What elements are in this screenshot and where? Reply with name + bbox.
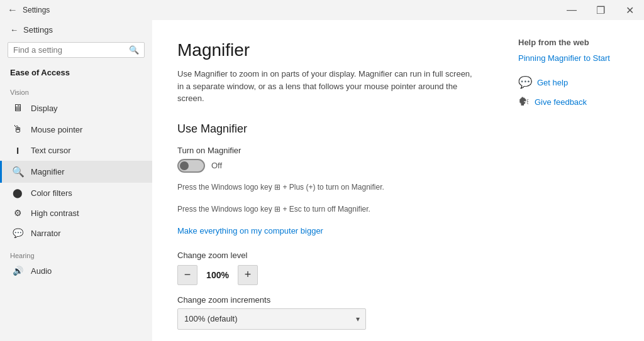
sidebar-breadcrumb: Ease of Access: [0, 65, 152, 82]
toggle-state-label: Off: [211, 161, 222, 170]
sidebar-item-label-high-contrast: High contrast: [31, 208, 79, 218]
mouse-pointer-icon: 🖱: [12, 124, 23, 135]
back-icon[interactable]: ←: [8, 4, 18, 16]
sidebar-section-hearing: Hearing 🔊 Audio: [0, 246, 152, 283]
sidebar-section-title-hearing: Hearing: [0, 248, 152, 261]
titlebar-controls: — ❐ ✕: [557, 0, 644, 20]
sidebar-item-magnifier[interactable]: 🔍 Magnifier: [0, 161, 152, 183]
zoom-level-row: Change zoom level − 100% +: [177, 251, 480, 285]
minimize-button[interactable]: —: [557, 0, 586, 20]
zoom-minus-button[interactable]: −: [177, 265, 197, 285]
sidebar-item-narrator[interactable]: 💬 Narrator: [0, 223, 152, 243]
maximize-button[interactable]: ❐: [586, 0, 615, 20]
sidebar-back-icon: ←: [10, 25, 18, 35]
sidebar-back-label: Settings: [23, 25, 53, 35]
sidebar-item-display[interactable]: 🖥 Display: [0, 97, 152, 119]
sidebar-item-color-filters[interactable]: ⬤ Color filters: [0, 183, 152, 203]
use-magnifier-title: Use Magnifier: [177, 122, 480, 136]
text-cursor-icon: I: [12, 145, 23, 156]
sidebar-item-mouse-pointer[interactable]: 🖱 Mouse pointer: [0, 119, 152, 140]
color-filters-icon: ⬤: [12, 188, 23, 198]
toggle-hint-2: Press the Windows logo key ⊞ + Esc to tu…: [177, 203, 480, 215]
page-description: Use Magnifier to zoom in on parts of you…: [177, 68, 480, 105]
zoom-level-label: Change zoom level: [177, 251, 480, 260]
feedback-icon: 🗣: [518, 95, 530, 109]
search-icon: 🔍: [129, 45, 139, 55]
zoom-plus-button[interactable]: +: [238, 265, 258, 285]
toggle-row: Off: [177, 159, 480, 173]
titlebar-title: Settings: [23, 6, 50, 14]
main-content: Magnifier Use Magnifier to zoom in on pa…: [152, 20, 506, 341]
close-button[interactable]: ✕: [615, 0, 644, 20]
zoom-increments-label: Change zoom increments: [177, 295, 480, 305]
sidebar-item-label-magnifier: Magnifier: [31, 167, 64, 176]
sidebar-section-title-vision: Vision: [0, 85, 152, 97]
toggle-hint-1: Press the Windows logo key ⊞ + Plus (+) …: [177, 181, 480, 193]
sidebar-item-label-text-cursor: Text cursor: [31, 146, 71, 155]
sidebar-item-text-cursor[interactable]: I Text cursor: [0, 140, 152, 161]
page-title: Magnifier: [177, 40, 480, 60]
toggle-label: Turn on Magnifier: [177, 146, 480, 155]
get-help-label[interactable]: Get help: [537, 78, 568, 87]
narrator-icon: 💬: [12, 228, 23, 238]
magnifier-toggle[interactable]: [177, 159, 205, 173]
sidebar-search-box[interactable]: 🔍: [8, 42, 145, 58]
help-pinning-link[interactable]: Pinning Magnifier to Start: [518, 53, 631, 63]
sidebar-item-label-mouse-pointer: Mouse pointer: [31, 125, 82, 134]
zoom-increments-select-wrapper: 25% 50% 100% (default) 150% 200% ▾: [177, 308, 366, 330]
sidebar-item-high-contrast[interactable]: ⚙ High contrast: [0, 203, 152, 223]
high-contrast-icon: ⚙: [12, 208, 23, 218]
zoom-hint: Press the Windows logo key ⊞ + Plus (+) …: [177, 338, 480, 341]
sidebar-item-label-display: Display: [31, 104, 58, 113]
audio-icon: 🔊: [12, 266, 23, 276]
toggle-thumb: [180, 161, 189, 170]
display-icon: 🖥: [12, 102, 23, 114]
titlebar-left: ← Settings: [8, 4, 50, 16]
sidebar-item-label-narrator: Narrator: [31, 229, 61, 238]
get-help-icon: 💬: [518, 75, 532, 89]
sidebar-back-button[interactable]: ← Settings: [0, 20, 152, 40]
help-title: Help from the web: [518, 38, 631, 47]
search-input[interactable]: [13, 45, 125, 55]
magnifier-icon: 🔍: [12, 166, 23, 178]
titlebar: ← Settings — ❐ ✕: [0, 0, 644, 20]
feedback-label[interactable]: Give feedback: [535, 97, 587, 107]
zoom-value-display: 100%: [203, 270, 233, 280]
sidebar-item-label-audio: Audio: [31, 266, 52, 276]
zoom-controls: − 100% +: [177, 265, 480, 285]
sidebar: ← Settings 🔍 Ease of Access Vision 🖥 Dis…: [0, 20, 152, 341]
sidebar-item-label-color-filters: Color filters: [31, 188, 72, 198]
sidebar-section-vision: Vision 🖥 Display 🖱 Mouse pointer I Text …: [0, 82, 152, 246]
help-panel: Help from the web Pinning Magnifier to S…: [506, 20, 644, 341]
get-help-action[interactable]: 💬 Get help: [518, 75, 631, 89]
make-bigger-link[interactable]: Make everything on my computer bigger: [177, 226, 323, 235]
zoom-increments-select[interactable]: 25% 50% 100% (default) 150% 200%: [177, 308, 366, 330]
sidebar-item-audio[interactable]: 🔊 Audio: [0, 261, 152, 281]
give-feedback-action[interactable]: 🗣 Give feedback: [518, 95, 631, 109]
app-body: ← Settings 🔍 Ease of Access Vision 🖥 Dis…: [0, 20, 644, 341]
